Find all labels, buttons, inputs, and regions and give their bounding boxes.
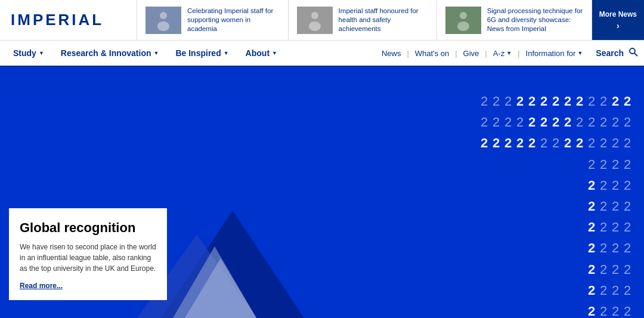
- twos-row-8: 2222: [465, 259, 632, 280]
- info-box-title: Global recognition: [20, 220, 156, 236]
- nav-item-study[interactable]: Study▼: [5, 40, 52, 66]
- two-char: 2: [611, 91, 620, 112]
- top-bar: IMPERIAL Celebrating Imperial staff for …: [0, 0, 644, 41]
- two-char: 2: [611, 175, 620, 196]
- two-char: 2: [587, 196, 596, 217]
- news-item-2[interactable]: Imperial staff honoured for health and s…: [289, 0, 437, 40]
- info-box-read-more-link[interactable]: Read more...: [20, 282, 63, 290]
- svg-point-0: [160, 12, 167, 19]
- two-char: 2: [587, 301, 596, 318]
- two-char: 2: [587, 112, 596, 132]
- two-char: 2: [623, 301, 632, 318]
- two-char: 2: [563, 132, 572, 153]
- two-char: 2: [623, 237, 632, 258]
- svg-point-1: [157, 21, 169, 31]
- two-char: 2: [491, 112, 501, 132]
- nav-arrow-icon: ▼: [577, 50, 583, 56]
- nav-label: About: [246, 48, 270, 58]
- two-char: 2: [599, 217, 608, 237]
- more-news-button[interactable]: More News ›: [592, 0, 644, 40]
- two-char: 2: [479, 132, 489, 153]
- two-char: 2: [587, 132, 596, 153]
- twos-row-2: 2222222222222: [465, 132, 632, 153]
- news-title-1: Celebrating Imperial staff for supportin…: [187, 7, 280, 33]
- twos-row-3: 2222: [465, 154, 632, 175]
- two-char: 2: [587, 259, 596, 280]
- two-char: 2: [599, 91, 608, 112]
- two-char: 2: [599, 301, 608, 318]
- twos-row-9: 2222: [465, 280, 632, 301]
- two-char: 2: [611, 196, 620, 217]
- two-char: 2: [623, 112, 632, 132]
- two-char: 2: [623, 154, 632, 175]
- svg-point-3: [309, 21, 321, 31]
- two-char: 2: [587, 175, 596, 196]
- two-char: 2: [623, 132, 632, 153]
- nav-bar: Study▼Research & Innovation▼Be Inspired▼…: [0, 41, 644, 67]
- nav-link-a-z[interactable]: A-z▼: [487, 40, 518, 66]
- nav-dropdown-arrow-icon: ▼: [224, 50, 229, 56]
- two-char: 2: [491, 132, 501, 153]
- search-label: Search: [596, 48, 624, 58]
- nav-link-what-s-on[interactable]: What's on: [409, 40, 455, 66]
- search-area: Search: [589, 40, 644, 66]
- two-char: 2: [527, 132, 537, 153]
- info-box: Global recognition We have risen to seco…: [9, 208, 167, 300]
- two-char: 2: [515, 112, 525, 132]
- two-char: 2: [623, 196, 632, 217]
- two-char: 2: [599, 154, 608, 175]
- nav-arrow-icon: ▼: [506, 50, 512, 56]
- two-char: 2: [563, 112, 572, 132]
- two-char: 2: [503, 132, 513, 153]
- nav-item-research---innovation[interactable]: Research & Innovation▼: [52, 40, 168, 66]
- search-icon[interactable]: [627, 46, 639, 60]
- twos-row-1: 2222222222222: [465, 112, 632, 132]
- two-char: 2: [491, 91, 501, 112]
- two-char: 2: [479, 112, 489, 132]
- two-char: 2: [575, 132, 584, 153]
- two-char: 2: [623, 217, 632, 237]
- nav-link-give[interactable]: Give: [457, 40, 485, 66]
- nav-label: Research & Innovation: [61, 48, 151, 58]
- two-char: 2: [623, 280, 632, 301]
- two-char: 2: [611, 280, 620, 301]
- news-item-3[interactable]: Signal processing technique for 6G and d…: [437, 0, 592, 40]
- logo: IMPERIAL: [11, 11, 104, 29]
- two-char: 2: [611, 301, 620, 318]
- two-char: 2: [599, 132, 608, 153]
- hero-section: 2222222222222222222222222222222222222222…: [0, 67, 644, 318]
- twos-ranking-visual: 2222222222222222222222222222222222222222…: [453, 85, 644, 318]
- two-char: 2: [599, 280, 608, 301]
- two-char: 2: [599, 196, 608, 217]
- two-char: 2: [611, 217, 620, 237]
- nav-dropdown-arrow-icon: ▼: [272, 50, 277, 56]
- nav-item-be-inspired[interactable]: Be Inspired▼: [167, 40, 237, 66]
- two-char: 2: [563, 91, 572, 112]
- two-char: 2: [575, 91, 584, 112]
- two-char: 2: [587, 91, 596, 112]
- logo-area: IMPERIAL: [0, 0, 137, 40]
- two-char: 2: [515, 132, 525, 153]
- two-char: 2: [515, 91, 525, 112]
- twos-row-5: 2222: [465, 196, 632, 217]
- nav-link-news[interactable]: News: [376, 40, 407, 66]
- news-item-1[interactable]: Celebrating Imperial staff for supportin…: [137, 0, 289, 40]
- twos-row-6: 2222: [465, 217, 632, 237]
- two-char: 2: [587, 237, 596, 258]
- news-thumb-3: [445, 7, 481, 34]
- two-char: 2: [587, 154, 596, 175]
- two-char: 2: [539, 112, 549, 132]
- two-char: 2: [551, 91, 561, 112]
- two-char: 2: [503, 112, 513, 132]
- two-char: 2: [479, 91, 489, 112]
- nav-link-information-for[interactable]: Information for▼: [520, 40, 589, 66]
- twos-row-0: 2222222222222: [465, 91, 632, 112]
- nav-dropdown-arrow-icon: ▼: [39, 50, 44, 56]
- two-char: 2: [623, 175, 632, 196]
- more-news-arrow-icon: ›: [617, 21, 620, 30]
- two-char: 2: [599, 259, 608, 280]
- nav-item-about[interactable]: About▼: [237, 40, 286, 66]
- svg-point-4: [460, 12, 467, 19]
- two-char: 2: [599, 175, 608, 196]
- two-char: 2: [551, 112, 561, 132]
